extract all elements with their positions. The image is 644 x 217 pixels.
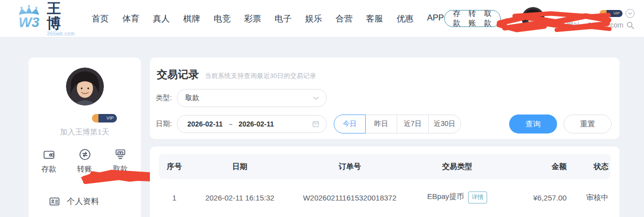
menu-label: 个人资料: [67, 196, 99, 207]
row-index: 1: [159, 194, 190, 202]
type-selected-value: 取款: [185, 94, 313, 102]
profile-avatar[interactable]: [66, 68, 104, 106]
join-days-text: 加入王博第1天: [28, 128, 141, 137]
profile-sidebar: VIP 加入王博第1天 存款 转账 取款 个人资料: [28, 58, 141, 217]
row-type: EBpay提币详情: [410, 192, 505, 204]
sidebar-deposit[interactable]: 存款: [41, 148, 56, 174]
reset-button[interactable]: 重置: [564, 114, 612, 134]
sidebar-item-profile[interactable]: 个人资料: [28, 189, 141, 214]
table-row: 1 2026-02-11 16:15:32 W20260211161532001…: [159, 179, 611, 216]
col-date: 日期: [190, 162, 290, 172]
deposit-link[interactable]: 存款: [453, 9, 461, 28]
id-card-icon: [48, 196, 60, 208]
row-amount: ¥6,257.00: [505, 194, 569, 202]
crown-w3-logo-icon: W3: [15, 4, 43, 33]
nav-item-sports[interactable]: 体育: [122, 13, 139, 24]
avatar-photo: [66, 68, 104, 106]
date-quick-ranges: 今日 昨日 近7日 近30日: [334, 114, 461, 134]
withdraw-link[interactable]: 取款: [484, 9, 492, 28]
top-navbar: W3 王博 365wb.com 首页 体育 真人 棋牌 电竞 彩票 电子 娱乐 …: [0, 0, 644, 38]
detail-button[interactable]: 详情: [468, 192, 487, 204]
nav-item-live[interactable]: 真人: [153, 13, 170, 24]
svg-text:W3: W3: [18, 14, 39, 30]
date-range-input[interactable]: 2026-02-11 ~ 2026-02-11: [177, 115, 327, 133]
nav-item-chess[interactable]: 棋牌: [183, 13, 200, 24]
user-avatar[interactable]: [522, 7, 545, 30]
search-button[interactable]: 查询: [509, 114, 557, 134]
vip-badge: VIP: [600, 10, 623, 17]
row-order-no: W202602111615320018372: [290, 194, 410, 202]
vip-badge: VIP: [92, 114, 117, 122]
username-row: VIP: [28, 110, 141, 126]
nav-item-partnership[interactable]: 合营: [336, 13, 353, 24]
page-subtitle: 当前系统支持查询最近30日的交易记录: [205, 72, 316, 80]
page-title: 交易记录: [157, 68, 199, 82]
chevron-down-icon[interactable]: [626, 9, 635, 18]
brand-domain: 365wb.com: [47, 31, 76, 36]
type-select[interactable]: 取款: [177, 89, 327, 107]
sidebar-transfer[interactable]: 转账: [77, 148, 92, 174]
col-amount: 金额: [505, 162, 569, 172]
brand-name: 王博: [47, 1, 76, 31]
type-label: 类型:: [156, 94, 177, 102]
nav-item-entertainment[interactable]: 娱乐: [305, 13, 322, 24]
action-label: 存款: [41, 164, 56, 174]
nav-item-app[interactable]: APP: [427, 13, 444, 24]
date-label: 日期:: [156, 120, 177, 128]
nav-item-promotions[interactable]: 优惠: [397, 13, 414, 24]
date-end: 2026-02-11: [238, 120, 274, 128]
transfer-link[interactable]: 转账: [469, 9, 476, 28]
chevron-down-icon: [313, 95, 319, 102]
action-label: 取款: [113, 164, 128, 174]
nav-item-esports[interactable]: 电竞: [214, 13, 231, 24]
transaction-filter-panel: 交易记录 当前系统支持查询最近30日的交易记录 类型: 取款 日期: 2026-…: [150, 58, 620, 139]
range-today-button[interactable]: 今日: [334, 114, 366, 134]
col-index: 序号: [159, 162, 190, 172]
col-status: 状态: [569, 162, 611, 172]
action-label: 转账: [77, 164, 92, 174]
col-type: 交易类型: [410, 162, 505, 172]
sidebar-quick-actions: 存款 转账 取款: [28, 148, 141, 174]
table-header: 序号 日期 订单号 交易类型 金额 状态: [159, 154, 611, 179]
date-separator: ~: [229, 120, 233, 128]
nav-item-service[interactable]: 客服: [366, 13, 383, 24]
row-status: 审核中: [569, 193, 611, 202]
nav-item-home[interactable]: 首页: [92, 13, 109, 24]
nav-item-lottery[interactable]: 彩票: [244, 13, 261, 24]
user-info: VIP 永久网址：365wb.com: [550, 8, 635, 30]
search-icon[interactable]: [626, 21, 635, 30]
calendar-icon: [312, 120, 320, 128]
date-start: 2026-02-11: [187, 120, 223, 128]
avatar-photo: [522, 7, 545, 30]
range-7days-button[interactable]: 近7日: [397, 114, 429, 134]
wallet-quick-links: 存款 转账 取款: [444, 10, 501, 27]
row-date: 2026-02-11 16:15:32: [190, 194, 290, 202]
nav-item-slots[interactable]: 电子: [275, 13, 292, 24]
wallet-icon: [42, 148, 55, 161]
transfer-icon: [78, 148, 91, 161]
main-nav: 首页 体育 真人 棋牌 电竞 彩票 电子 娱乐 合营 客服 优惠 APP: [92, 13, 444, 24]
permanent-url-text: 永久网址：365wb.com: [553, 21, 624, 30]
sidebar-menu: 个人资料 VIP特权: [28, 189, 141, 217]
navbar-right: 存款 转账 取款 VIP 永久网址：365wb: [444, 7, 635, 30]
col-order-no: 订单号: [290, 162, 410, 172]
sidebar-withdraw[interactable]: 取款: [113, 148, 128, 174]
range-yesterday-button[interactable]: 昨日: [365, 114, 397, 134]
brand-logo[interactable]: W3 王博 365wb.com: [15, 1, 76, 36]
withdraw-icon: [114, 148, 127, 161]
range-30days-button[interactable]: 近30日: [428, 114, 461, 134]
transaction-table-panel: 序号 日期 订单号 交易类型 金额 状态 1 2026-02-11 16:15:…: [150, 146, 620, 217]
transaction-type-text: EBpay提币: [427, 192, 464, 200]
